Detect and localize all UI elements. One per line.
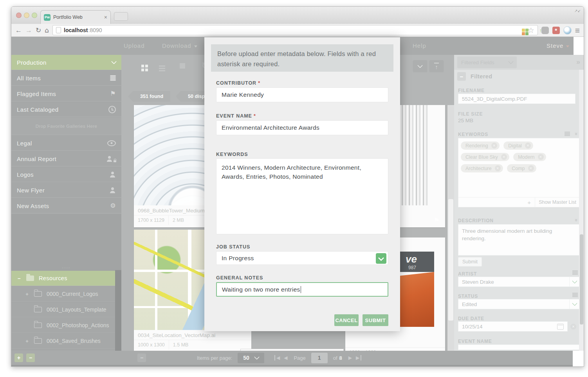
contributor-input[interactable]: Marie Kennedy [216,87,388,102]
folder-row[interactable]: 0001_Layouts_Template [11,302,115,317]
list-icon[interactable] [565,132,570,132]
scrollbar-thumb[interactable] [580,234,583,324]
address-bar[interactable]: localhost :8090 ☆ [52,25,538,35]
user-menu[interactable]: Steve [547,42,569,49]
sidebar-item-last-cataloged[interactable]: Last Cataloged [11,102,121,117]
keywords-box[interactable]: Rendering× Digital× Clear Blue Sky× Mode… [458,138,580,198]
panel-scrollbar[interactable] [579,70,584,351]
show-master-list-button[interactable]: Show Master List [535,198,580,207]
upload-assets-icon[interactable]: ↑ [429,60,444,72]
zoom-out-thumbnails-button[interactable]: − [137,353,146,362]
remove-keyword-icon[interactable]: × [491,143,497,149]
dropdown-button[interactable] [376,253,386,264]
translate-extension-icon[interactable] [522,29,525,32]
browser-titlebar[interactable]: Pw Portfolio Web × ↗↙ [11,7,584,24]
sidebar-item-new-assets[interactable]: New Assets ⚙ [11,198,121,214]
camera-extension-icon[interactable] [563,26,572,34]
items-per-page-select[interactable]: 50 [238,353,264,363]
folder-row[interactable]: + 0004_Saved_Brushes [11,334,115,349]
bookmark-star-icon[interactable]: ☆ [528,27,534,34]
job-status-select[interactable]: In Progress [216,251,388,265]
dropdown-cell[interactable] [569,277,580,286]
due-date-field[interactable]: 10/25/14 [458,321,568,332]
first-page-icon[interactable]: ◀ [274,355,280,361]
folder-row[interactable]: 0002_Photoshop_Actions [11,318,115,333]
event-name-field[interactable] [458,344,580,350]
sidebar-item-new-flyer[interactable]: New Flyer [11,183,121,198]
remove-gallery-button[interactable]: − [26,353,35,362]
forward-icon[interactable]: → [25,27,32,34]
sidebar-item-logos[interactable]: Logos [11,167,121,182]
remove-keyword-icon[interactable]: × [525,143,531,149]
close-window-button[interactable] [16,13,22,18]
list-icon[interactable] [572,293,578,294]
catalog-selector[interactable]: Production [11,55,121,70]
resources-root-folder[interactable]: − Resources [11,271,121,286]
calendar-icon[interactable] [557,324,564,330]
expand-icon[interactable]: + [25,291,29,297]
add-gallery-button[interactable]: + [14,353,23,362]
expand-field-icon[interactable]: » [574,219,579,221]
new-tab-button[interactable] [114,12,128,21]
collapse-panel-icon[interactable]: » [576,58,580,66]
submit-button[interactable]: SUBMIT [363,314,388,326]
minimize-window-button[interactable] [24,13,29,18]
page-number-field[interactable]: 1 [311,353,328,363]
keyword-tag[interactable]: Architecture× [461,164,503,172]
fullscreen-icon[interactable]: ↗↙ [574,9,581,13]
dropdown-cell[interactable] [569,299,580,309]
back-icon[interactable]: ← [15,27,22,34]
expand-icon[interactable]: + [25,338,29,344]
event-name-input[interactable]: Environmental Architecture Awards [216,120,388,135]
remove-keyword-icon[interactable]: × [538,154,544,160]
prev-page-icon[interactable]: ◀ [284,355,287,361]
browser-menu-icon[interactable]: ≡ [575,26,580,34]
reload-icon[interactable]: ↻ [36,27,41,34]
home-icon[interactable]: ⌂ [45,27,49,34]
sort-direction-button[interactable] [413,60,427,72]
panel-drag-handle[interactable]: ···· [11,267,121,270]
keyword-tag[interactable]: Clear Blue Sky× [461,153,509,161]
single-view-icon[interactable] [175,60,189,72]
list-view-icon[interactable] [155,60,169,72]
nav-help[interactable]: Help [413,42,426,49]
zoom-window-button[interactable] [32,13,37,18]
remove-keyword-icon[interactable]: × [501,154,507,160]
keyword-tag[interactable]: Modern× [513,153,546,161]
sidebar-item-all-items[interactable]: All Items [11,71,121,86]
collapse-section-icon[interactable]: − [457,72,466,81]
sidebar-item-flagged-items[interactable]: Flagged Items ⚑ [11,86,121,102]
submit-description-button[interactable]: Submit [458,257,482,266]
tab-close-icon[interactable]: × [104,14,107,20]
evernote-extension-icon[interactable]: ↑ [541,27,549,34]
next-page-icon[interactable]: ▶ [348,355,352,361]
filtered-section-header[interactable]: − Filtered [457,72,492,81]
scrollbar-thumb[interactable] [448,199,453,321]
keyword-tag[interactable]: Rendering× [461,141,500,150]
favorites-drop-zone[interactable]: Drop Favorite Galleries Here [11,118,121,135]
asterisk-extension-icon[interactable]: * [552,27,560,34]
expand-field-icon[interactable]: » [574,132,579,135]
browser-tab[interactable]: Pw Portfolio Web × [40,10,111,24]
add-keyword-icon[interactable]: + [523,199,535,206]
filename-field[interactable]: 5524_3D_DigitalComp.PDF [458,94,575,104]
keyword-tag[interactable]: Comp× [507,164,536,172]
remove-keyword-icon[interactable]: × [495,165,501,171]
collapse-expander[interactable]: − [17,276,22,281]
last-page-icon[interactable]: ▶ [356,355,361,361]
keyword-tag[interactable]: Digital× [503,141,533,150]
nav-upload[interactable]: Upload [124,42,145,49]
folder-row[interactable]: + 0000_Current_Logos [11,286,115,302]
field-view-selector[interactable]: Filtered Fields [457,56,517,68]
sidebar-item-annual-report[interactable]: Annual Report [11,151,121,167]
description-field[interactable]: Three dimensional modern art building re… [458,224,580,256]
cancel-button[interactable]: CANCEL [334,314,359,326]
clear-date-icon[interactable]: × [570,324,576,330]
keywords-textarea[interactable]: 2014 Winners, Modern Architecture, Envir… [216,158,388,234]
grid-view-icon[interactable] [135,60,150,72]
status-field[interactable]: Edited [458,299,580,309]
nav-download[interactable]: Download [162,42,197,49]
list-icon[interactable] [572,270,578,271]
content-scrollbar[interactable] [447,105,454,351]
general-notes-input[interactable]: Waiting on two more entries [216,282,388,297]
